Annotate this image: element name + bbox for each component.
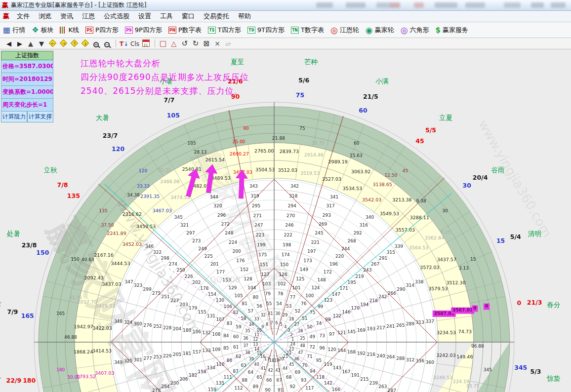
menu-item-4[interactable]: 公式选股 [99,12,134,21]
easel-icon: ▱ [226,39,231,47]
draw-tool-boxed-x-icon[interactable]: ⊠ [202,39,211,48]
calendar-icon: 21 [142,39,150,48]
toolbar-button-9T四方形[interactable]: T99T四方形 [247,26,285,35]
menubar: 赢 文件浏览资讯江恩公式选股设置工具窗口交易委托帮助 [0,11,571,22]
titlebar: 赢 赢家江恩专业版[赢家服务平台] - [上证指数 江恩轮] [0,0,571,11]
pn-badge-icon: PN [168,27,176,34]
toolbar-button-六角形[interactable]: ◎六角形 [401,25,429,35]
zoom-in-icon: + [93,39,99,47]
cls-button: Cls [130,39,139,47]
draw-tool-diamond-right-icon[interactable]: → [58,39,68,48]
toolbar-button-P四方形[interactable]: PSP四方形 [85,26,119,35]
menu-item-6[interactable]: 工具 [156,12,177,21]
p9-badge-icon: P9 [125,27,133,34]
faded-titlebar-item [390,2,400,8]
arrow-right-icon: ▶ [17,39,22,47]
faded-titlebar-item [435,2,457,8]
toolbar-button-江恩轮[interactable]: ◎江恩轮 [330,25,359,35]
draw-tool-diamond-down-icon[interactable]: ↓ [80,39,90,48]
rotate-cw-icon: ↻ [193,39,199,48]
toolbar-button-T四方形[interactable]: TST四方形 [208,26,241,35]
toolbar-button-板块[interactable]: ❖板块 [32,25,53,35]
toolbar-button-赢家轮[interactable]: ◉赢家轮 [366,25,394,35]
stock-name-header: 上证指数 [1,51,53,60]
toolbar-label: T四方形 [218,26,241,35]
menu-item-2[interactable]: 资讯 [56,12,78,21]
shrink-icon: × [214,39,220,47]
menu-item-0[interactable]: 文件 [12,12,34,21]
toolbar-button-K线[interactable]: K线 [60,26,79,35]
draw-tool-arrow-up-icon[interactable]: ▲ [26,39,36,48]
toolbar-separator [116,39,116,47]
draw-tool-cls-button[interactable]: Cls [130,39,140,48]
toolbar-label: 行情 [12,26,25,35]
draw-tool-time-axis-icon[interactable]: T↓ [119,39,129,48]
arrow-down-icon: ▼ [39,39,44,47]
menu-item-9[interactable]: 帮助 [234,12,255,21]
toolbar-button-行情[interactable]: ▦行情 [3,25,25,35]
tn-badge-icon: TN [291,27,299,34]
toolbar-button-9P四方形[interactable]: P99P四方形 [125,26,162,35]
step-row: 周天变化步长=1 [1,99,53,112]
toolbar-label: 赢家轮 [375,26,394,35]
toolbar-button-T数字表[interactable]: TNT数字表 [291,26,324,35]
draw-tool-zoom-in-icon[interactable]: + [91,39,101,48]
draw-tool-arrow-left-icon[interactable]: ◀ [4,39,14,48]
toolbar-button-P数字表[interactable]: PNP数字表 [168,26,202,35]
menu-item-3[interactable]: 江恩 [78,12,99,21]
faded-titlebar-item [551,2,566,8]
time-axis-icon: T↓ [120,39,128,47]
calc-support-button[interactable]: 计算支撑 [27,112,53,122]
ps-badge-icon: PS [85,27,93,34]
app-logo-icon: 赢 [2,1,8,10]
draw-tool-arrow-down-icon[interactable]: ▼ [37,39,46,48]
toolbar-label: 9P四方形 [135,26,162,35]
table-icon: ▦ [3,25,10,35]
chart-area: 江恩轮中轮大盘分析 四分法90度2690点是近期多次上攻反压位 2540、261… [0,49,571,392]
draw-tool-rotate-cw-icon[interactable]: ↻ [191,39,201,48]
application-window: 赢 赢家江恩专业版[赢家服务平台] - [上证指数 江恩轮] 赢 文件浏览资讯江… [0,0,571,392]
toolbar-label: T数字表 [301,26,324,35]
analysis-annotation: 江恩轮中轮大盘分析 四分法90度2690点是近期多次上攻反压位 2540、261… [81,56,249,98]
draw-tool-rect-tool-icon[interactable]: □ [158,39,168,48]
toolbar-label: 9T四方形 [257,26,285,35]
menu-item-5[interactable]: 设置 [134,12,156,21]
menu-item-8[interactable]: 交易委托 [199,12,234,21]
rotate-ccw-icon: ↺ [182,39,188,48]
conversion-factor-row: 变换系数=1.000000 [1,86,53,99]
winner-wheel-icon: ◉ [366,25,373,35]
gann-wheel-canvas[interactable] [0,49,571,392]
menu-item-7[interactable]: 窗口 [177,12,199,21]
faded-titlebar-item [531,2,544,8]
calc-resistance-button[interactable]: 计算阻力 [1,112,27,122]
t9-badge-icon: T9 [247,27,255,34]
faded-titlebar-item [316,2,333,8]
toolbar-label: 板块 [41,26,53,35]
price-row: 价格=3587.0300 [1,60,53,73]
faded-titlebar-item [346,2,366,8]
toolbar-separator [155,39,155,47]
draw-tool-diamond-left-icon[interactable]: ← [47,39,57,48]
draw-tool-shrink-icon[interactable]: × [212,39,222,48]
menu-item-1[interactable]: 浏览 [34,12,56,21]
triangle-tool-icon: △ [171,39,177,47]
menu-logo-icon: 赢 [3,12,9,21]
draw-tool-rotate-ccw-icon[interactable]: ↺ [180,39,190,48]
draw-tool-zoom-out-icon[interactable]: − [102,39,112,48]
kline-icon [60,27,66,34]
draw-tool-arrow-right-icon[interactable]: ▶ [15,39,25,48]
faded-titlebar-item [376,2,391,8]
boxed-x-icon: ⊠ [204,39,210,48]
date-row: 时间=20180129 [1,73,53,86]
annotation-line-2: 四分法90度2690点是近期多次上攻反压位 [81,70,249,84]
diamond-down-icon: ↓ [82,39,88,47]
draw-tool-diamond-up-icon[interactable]: ↑ [69,39,79,48]
main-toolbar: ▦行情❖板块K线PSP四方形P99P四方形PNP数字表TST四方形T99T四方形… [0,22,571,38]
draw-tool-easel-icon[interactable]: ▱ [223,39,233,48]
window-title: 赢家江恩专业版[赢家服务平台] - [上证指数 江恩轮] [11,1,147,9]
toolbar-label: 江恩轮 [340,26,359,35]
draw-tool-calendar-icon[interactable]: 21 [141,39,151,48]
draw-tool-triangle-tool-icon[interactable]: △ [169,39,179,48]
gann-wheel-icon: ◎ [330,25,338,35]
toolbar-button-赢家服务[interactable]: $赢家服务 [435,26,468,35]
